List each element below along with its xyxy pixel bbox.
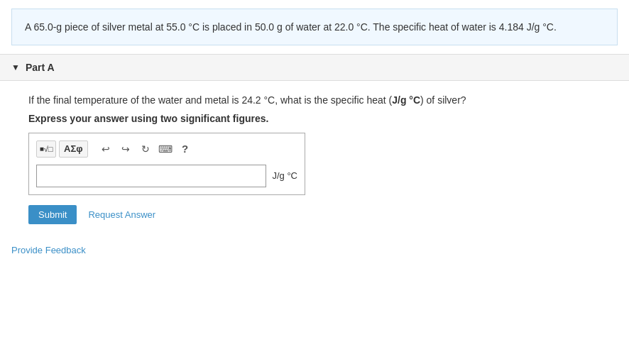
toolbar: ■ √□ ΑΣφ ↩ ↪ ↻ ⌨ — [36, 140, 297, 158]
help-button[interactable]: ? — [177, 140, 194, 158]
redo-icon: ↪ — [121, 143, 130, 155]
part-label: Part A — [26, 62, 55, 73]
problem-statement: A 65.0-g piece of silver metal at 55.0 °… — [11, 9, 618, 45]
part-section: ▼ Part A If the final temperature of the… — [0, 55, 629, 235]
undo-icon: ↩ — [102, 143, 110, 155]
redo-button[interactable]: ↪ — [117, 140, 134, 158]
toolbar-separator — [92, 142, 93, 156]
sqrt-icon: √□ — [44, 145, 53, 153]
input-row: J/g °C — [36, 165, 297, 187]
greek-button[interactable]: ΑΣφ — [59, 140, 88, 158]
provide-feedback-link[interactable]: Provide Feedback — [11, 245, 86, 255]
part-content: If the final temperature of the water an… — [0, 81, 629, 235]
part-header[interactable]: ▼ Part A — [0, 55, 629, 81]
request-answer-link[interactable]: Request Answer — [88, 209, 155, 220]
unit-label: J/g °C — [272, 170, 297, 181]
answer-box: ■ √□ ΑΣφ ↩ ↪ ↻ ⌨ — [28, 133, 305, 195]
collapse-arrow-icon: ▼ — [11, 62, 20, 72]
submit-button[interactable]: Submit — [28, 205, 77, 224]
help-icon: ? — [182, 143, 188, 155]
math-button[interactable]: ■ √□ — [36, 140, 56, 158]
undo-button[interactable]: ↩ — [97, 140, 114, 158]
answer-input[interactable] — [36, 165, 266, 187]
greek-label: ΑΣφ — [64, 143, 83, 154]
reset-button[interactable]: ↻ — [137, 140, 154, 158]
keyboard-button[interactable]: ⌨ — [157, 140, 174, 158]
instruction-text: Express your answer using two significan… — [28, 113, 601, 124]
reset-icon: ↻ — [141, 143, 150, 155]
feedback-section: Provide Feedback — [0, 236, 629, 270]
question-text: If the final temperature of the water an… — [28, 92, 601, 108]
action-row: Submit Request Answer — [28, 205, 601, 224]
keyboard-icon: ⌨ — [158, 143, 173, 155]
